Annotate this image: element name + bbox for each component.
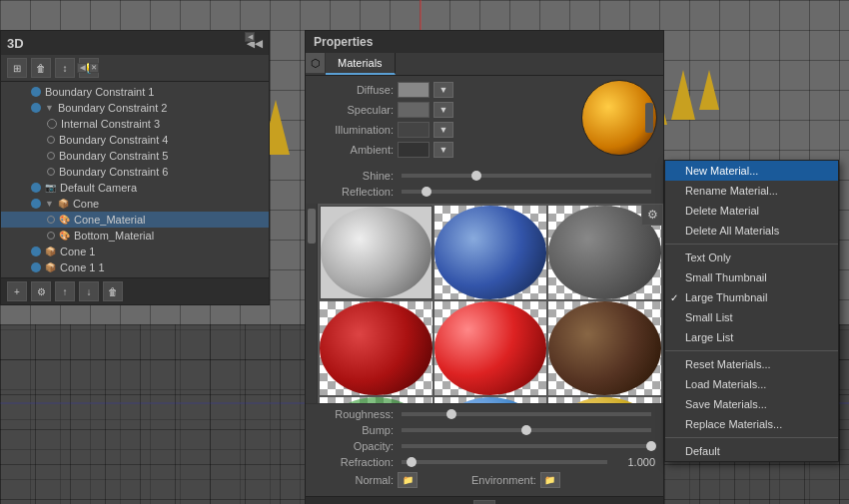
refraction-slider[interactable] (402, 460, 607, 464)
material-cell-4[interactable] (320, 301, 432, 395)
ambient-label: Ambient: (314, 144, 394, 156)
bullet-icon-5 (47, 152, 55, 160)
tree-item-boundary-6[interactable]: Boundary Constraint 6 (1, 164, 269, 180)
menu-item-load-materials[interactable]: Load Materials... (665, 374, 838, 394)
sphere-2 (434, 206, 547, 299)
normal-btn[interactable]: 📁 (398, 472, 418, 488)
bottom-tb-icon4[interactable]: ↓ (79, 281, 99, 301)
props-minimize-btn[interactable]: ◀ (77, 63, 87, 73)
menu-item-delete-all-materials[interactable]: Delete All Materials (665, 221, 838, 241)
material-cell-2[interactable] (434, 206, 547, 299)
illumination-picker-btn[interactable]: ▼ (433, 122, 453, 138)
tree-item-internal-3[interactable]: Internal Constraint 3 (1, 116, 269, 132)
panel-3d-bottom-toolbar: + ⚙ ↑ ↓ 🗑 (1, 277, 269, 304)
expand-chevron-cone: ▼ (45, 199, 54, 209)
bullet-icon-6 (47, 168, 55, 176)
props-bottom: Roughness: Bump: Opacity: Refraction: 1.… (306, 403, 663, 496)
footer-settings-btn[interactable]: ⚙ (473, 500, 495, 504)
eye-icon-cone1 (31, 247, 41, 256)
menu-sep-3 (665, 437, 838, 438)
menu-item-delete-material[interactable]: Delete Material (665, 201, 838, 221)
environment-btn[interactable]: 📁 (540, 472, 560, 488)
bottom-tb-icon5[interactable]: 🗑 (103, 281, 123, 301)
opacity-label: Opacity: (314, 440, 394, 452)
material-cell-8[interactable] (434, 397, 547, 403)
prop-row-roughness: Roughness: (314, 408, 655, 420)
tab-materials[interactable]: Materials (326, 53, 396, 75)
bump-thumb (521, 425, 531, 435)
tree-item-cone-material[interactable]: 🎨 Cone_Material (1, 212, 269, 228)
menu-item-large-list[interactable]: Large List (665, 327, 838, 347)
menu-item-small-list[interactable]: Small List (665, 307, 838, 327)
props-close-btn[interactable]: ✕ (89, 63, 99, 73)
material-cell-9[interactable] (548, 397, 661, 403)
grid-view-button[interactable]: ⊞ (7, 58, 27, 78)
menu-item-rename-material[interactable]: Rename Material... (665, 181, 838, 201)
tree-item-boundary-5[interactable]: Boundary Constraint 5 (1, 148, 269, 164)
reflection-slider[interactable] (402, 190, 651, 194)
bump-slider[interactable] (402, 428, 651, 432)
ambient-swatch[interactable] (398, 142, 429, 158)
panel-3d-collapse-arrow[interactable]: ◀ (245, 32, 255, 42)
diffuse-swatch[interactable] (398, 82, 429, 98)
material-cell-5[interactable] (434, 301, 547, 395)
tree-item-cone11[interactable]: 📦 Cone 1 1 (1, 259, 269, 275)
sphere-7 (320, 397, 432, 403)
move-button[interactable]: ↕ (55, 58, 75, 78)
menu-item-save-materials[interactable]: Save Materials... (665, 394, 838, 414)
menu-item-text-only[interactable]: Text Only (665, 248, 838, 267)
cone1-icon: 📦 (45, 247, 56, 256)
menu-item-new-material[interactable]: New Material... (665, 161, 838, 181)
opacity-slider[interactable] (402, 444, 651, 448)
material-grid (318, 204, 663, 403)
material-cell-1[interactable] (320, 206, 432, 299)
tree-item-cone1[interactable]: 📦 Cone 1 (1, 244, 269, 259)
shine-slider[interactable] (402, 174, 651, 178)
refraction-label: Refraction: (314, 456, 394, 468)
grid-scrollbar[interactable] (306, 204, 318, 403)
tree-item-boundary-2[interactable]: ▼ Boundary Constraint 2 (1, 100, 269, 116)
bottom-tb-icon3[interactable]: ↑ (55, 281, 75, 301)
delete-button[interactable]: 🗑 (31, 58, 51, 78)
props-tab-icon[interactable]: ⬡ (306, 53, 326, 73)
gear-button[interactable]: ⚙ (641, 204, 663, 226)
menu-item-reset-materials[interactable]: Reset Materials... (665, 354, 838, 374)
cone-group-icon: 📦 (58, 199, 69, 209)
prop-section-sliders: Shine: Reflection: (306, 168, 663, 204)
diffuse-picker-btn[interactable]: ▼ (433, 82, 453, 98)
eye-icon-cone (31, 199, 41, 209)
specular-picker-btn[interactable]: ▼ (433, 102, 453, 118)
props-tabs: ⬡ Materials (306, 53, 663, 76)
menu-item-replace-materials[interactable]: Replace Materials... (665, 414, 838, 434)
checkmark-icon: ✓ (670, 292, 678, 303)
illumination-swatch[interactable] (398, 122, 429, 138)
roughness-slider[interactable] (402, 412, 651, 416)
bullet-icon-conem (47, 216, 55, 224)
roughness-thumb (446, 409, 456, 419)
tree-item-boundary-1[interactable]: Boundary Constraint 1 (1, 84, 269, 100)
material-cell-7[interactable] (320, 397, 432, 403)
bottom-tb-icon2[interactable]: ⚙ (31, 281, 51, 301)
menu-item-default[interactable]: Default (665, 441, 838, 461)
sphere-6 (548, 301, 661, 395)
menu-sep-1 (665, 244, 838, 245)
eye-icon-cone11 (31, 262, 41, 272)
material-icon-bottom: 🎨 (59, 231, 70, 241)
tree-item-camera[interactable]: 📷 Default Camera (1, 180, 269, 196)
tree-item-bottom-material[interactable]: 🎨 Bottom_Material (1, 228, 269, 244)
ambient-picker-btn[interactable]: ▼ (433, 142, 453, 158)
prop-row-bump: Bump: (314, 424, 655, 436)
menu-item-small-thumbnail[interactable]: Small Thumbnail (665, 267, 838, 287)
bump-label: Bump: (314, 424, 394, 436)
prop-row-shine: Shine: (314, 170, 655, 182)
tree-item-boundary-4[interactable]: Boundary Constraint 4 (1, 132, 269, 148)
menu-item-large-thumbnail[interactable]: ✓ Large Thumbnail (665, 287, 838, 307)
tree-item-cone[interactable]: ▼ 📦 Cone (1, 196, 269, 212)
specular-swatch[interactable] (398, 102, 429, 118)
panel-3d-content: Boundary Constraint 1 ▼ Boundary Constra… (1, 82, 269, 277)
props-body-container: Diffuse: ▼ Specular: ▼ Illumination: ▼ A… (306, 76, 663, 204)
bullet-icon-4 (47, 136, 55, 144)
material-cell-6[interactable] (548, 301, 661, 395)
bottom-tb-icon1[interactable]: + (7, 281, 27, 301)
prop-row-reflection: Reflection: (314, 186, 655, 198)
